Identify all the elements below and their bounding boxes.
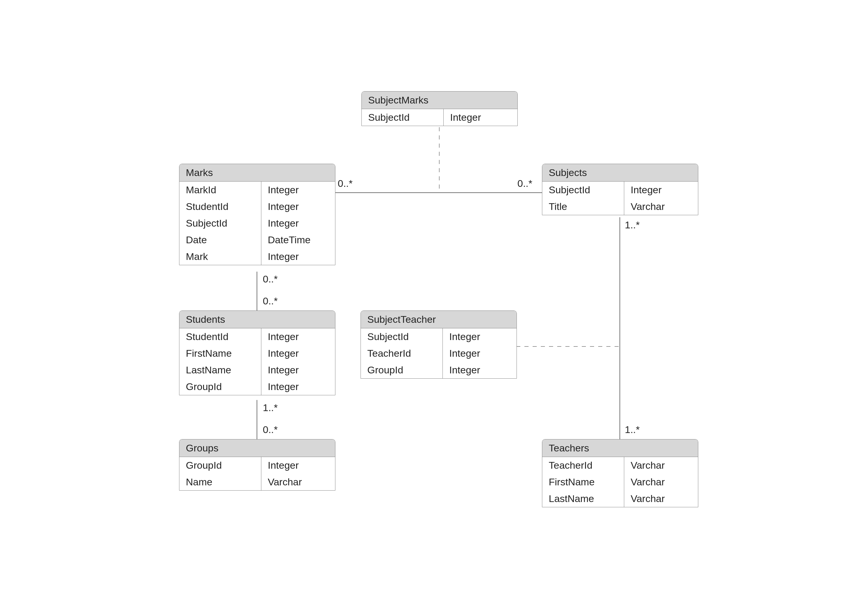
attr-name: GroupId bbox=[361, 362, 443, 378]
er-diagram-canvas: { "diagram": { "entities": { "subjectMar… bbox=[0, 0, 868, 614]
table-row: FirstName Integer bbox=[179, 345, 335, 362]
attr-name: StudentId bbox=[179, 198, 261, 215]
table-row: Name Varchar bbox=[179, 474, 335, 490]
table-row: SubjectId Integer bbox=[542, 181, 698, 198]
multiplicity-label: 0..* bbox=[338, 178, 353, 189]
multiplicity-label: 0..* bbox=[517, 178, 532, 189]
attr-type: Varchar bbox=[261, 474, 335, 490]
table-row: GroupId Integer bbox=[361, 362, 516, 378]
attr-type: Integer bbox=[261, 378, 335, 395]
attr-name: Name bbox=[179, 474, 261, 490]
multiplicity-label: 0..* bbox=[263, 424, 278, 435]
attr-name: FirstName bbox=[179, 345, 261, 362]
attr-type: Integer bbox=[624, 181, 698, 198]
table-row: MarkId Integer bbox=[179, 181, 335, 198]
attr-name: Mark bbox=[179, 248, 261, 265]
attr-type: Integer bbox=[444, 109, 517, 126]
attr-type: Integer bbox=[261, 345, 335, 362]
table-row: SubjectId Integer bbox=[361, 328, 516, 345]
multiplicity-label: 1..* bbox=[625, 424, 640, 435]
attr-type: Varchar bbox=[624, 457, 698, 474]
entity-subjects[interactable]: Subjects SubjectId Integer Title Varchar bbox=[542, 164, 698, 215]
entity-subjectmarks[interactable]: SubjectMarks SubjectId Integer bbox=[361, 91, 518, 126]
attr-name: TeacherId bbox=[361, 345, 443, 362]
multiplicity-label: 0..* bbox=[263, 295, 278, 307]
entity-title: Groups bbox=[179, 439, 335, 457]
attr-name: TeacherId bbox=[542, 457, 624, 474]
attr-name: SubjectId bbox=[179, 215, 261, 231]
entity-title: SubjectTeacher bbox=[361, 311, 516, 328]
table-row: TeacherId Integer bbox=[361, 345, 516, 362]
attr-type: Varchar bbox=[624, 198, 698, 215]
table-row: Title Varchar bbox=[542, 198, 698, 215]
table-row: StudentId Integer bbox=[179, 328, 335, 345]
attr-type: Varchar bbox=[624, 490, 698, 507]
table-row: Mark Integer bbox=[179, 248, 335, 265]
entity-title: Students bbox=[179, 311, 335, 328]
attr-name: SubjectId bbox=[542, 181, 624, 198]
attr-type: Integer bbox=[261, 181, 335, 198]
table-row: TeacherId Varchar bbox=[542, 457, 698, 474]
entity-title: Marks bbox=[179, 164, 335, 181]
attr-name: MarkId bbox=[179, 181, 261, 198]
entity-title: Subjects bbox=[542, 164, 698, 181]
attr-type: Integer bbox=[261, 215, 335, 231]
attr-name: SubjectId bbox=[361, 328, 443, 345]
attr-name: GroupId bbox=[179, 457, 261, 474]
table-row: LastName Integer bbox=[179, 362, 335, 378]
table-row: GroupId Integer bbox=[179, 378, 335, 395]
table-row: LastName Varchar bbox=[542, 490, 698, 507]
attr-type: Varchar bbox=[624, 474, 698, 490]
attr-name: FirstName bbox=[542, 474, 624, 490]
table-row: SubjectId Integer bbox=[179, 215, 335, 231]
attr-name: Title bbox=[542, 198, 624, 215]
attr-type: Integer bbox=[261, 328, 335, 345]
attr-type: Integer bbox=[261, 198, 335, 215]
attr-name: GroupId bbox=[179, 378, 261, 395]
entity-marks[interactable]: Marks MarkId Integer StudentId Integer S… bbox=[179, 164, 335, 265]
attr-name: Date bbox=[179, 231, 261, 248]
attr-type: DateTime bbox=[261, 231, 335, 248]
attr-type: Integer bbox=[261, 362, 335, 378]
entity-students[interactable]: Students StudentId Integer FirstName Int… bbox=[179, 310, 335, 395]
entity-groups[interactable]: Groups GroupId Integer Name Varchar bbox=[179, 439, 335, 491]
multiplicity-label: 1..* bbox=[625, 219, 640, 231]
entity-teachers[interactable]: Teachers TeacherId Varchar FirstName Var… bbox=[542, 439, 698, 507]
attr-name: StudentId bbox=[179, 328, 261, 345]
entity-title: Teachers bbox=[542, 439, 698, 457]
attr-type: Integer bbox=[443, 345, 516, 362]
entity-subjectteacher[interactable]: SubjectTeacher SubjectId Integer Teacher… bbox=[361, 310, 517, 378]
table-row: SubjectId Integer bbox=[362, 109, 517, 126]
attr-name: SubjectId bbox=[362, 109, 444, 126]
entity-title: SubjectMarks bbox=[362, 91, 517, 109]
multiplicity-label: 1..* bbox=[263, 402, 278, 413]
attr-type: Integer bbox=[261, 457, 335, 474]
attr-name: LastName bbox=[542, 490, 624, 507]
table-row: Date DateTime bbox=[179, 231, 335, 248]
multiplicity-label: 0..* bbox=[263, 273, 278, 285]
attr-name: LastName bbox=[179, 362, 261, 378]
attr-type: Integer bbox=[443, 362, 516, 378]
table-row: GroupId Integer bbox=[179, 457, 335, 474]
table-row: FirstName Varchar bbox=[542, 474, 698, 490]
attr-type: Integer bbox=[443, 328, 516, 345]
attr-type: Integer bbox=[261, 248, 335, 265]
table-row: StudentId Integer bbox=[179, 198, 335, 215]
